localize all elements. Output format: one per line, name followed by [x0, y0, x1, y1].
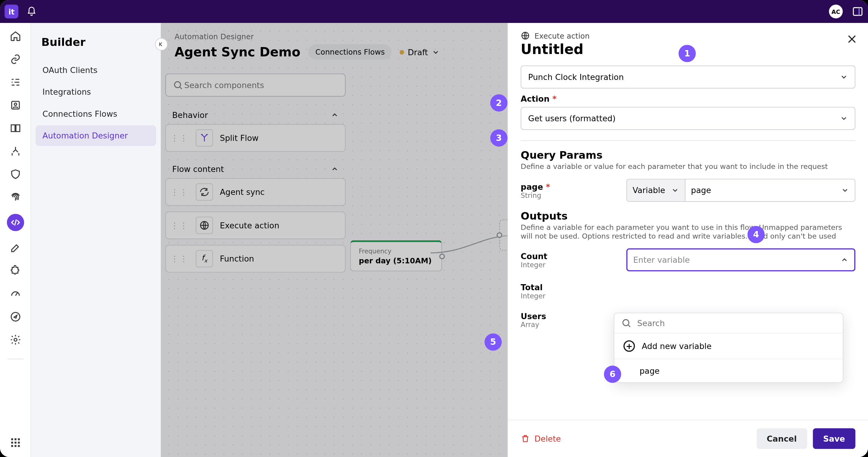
chevron-down-icon [841, 186, 849, 194]
rail-branch-icon[interactable] [9, 145, 22, 157]
rail-gear-icon[interactable] [9, 333, 22, 346]
dropdown-search[interactable] [614, 313, 843, 334]
outputs-section-desc: Define a variable for each parameter you… [521, 223, 855, 240]
app-logo[interactable]: it [4, 4, 19, 19]
trash-icon [521, 434, 530, 443]
bell-icon[interactable] [27, 6, 37, 17]
connection-select[interactable]: Punch Clock Integration [521, 65, 855, 88]
sidebar-item-integrations[interactable]: Integrations [36, 82, 156, 102]
rail-home-icon[interactable] [9, 30, 22, 42]
sidebar-item-oauth[interactable]: OAuth Clients [36, 60, 156, 81]
svg-rect-7 [18, 438, 19, 440]
close-icon [846, 33, 858, 45]
svg-rect-11 [11, 445, 13, 447]
query-section-title: Query Params [521, 149, 855, 161]
svg-rect-10 [18, 441, 19, 444]
svg-rect-5 [11, 438, 13, 440]
dropdown-search-input[interactable] [636, 318, 836, 328]
rail-edit-icon[interactable] [9, 241, 22, 254]
chevron-up-icon [841, 256, 849, 264]
chevron-down-icon [671, 186, 679, 194]
output-count-variable-select[interactable]: Enter variable [626, 248, 855, 271]
action-label: Action * [521, 94, 855, 103]
topbar: it AC [0, 0, 868, 23]
plus-icon: + [623, 340, 635, 352]
config-panel: Execute action Untitled Punch Clock Inte… [507, 23, 868, 457]
annotation-badge-2: 2 [490, 94, 507, 112]
rail-code-icon[interactable] [7, 214, 24, 231]
panel-toggle-icon[interactable] [852, 6, 864, 17]
action-select[interactable]: Get users (formatted) [521, 107, 855, 130]
svg-rect-9 [14, 441, 16, 444]
param-value-select[interactable]: page [685, 179, 855, 202]
dropdown-add-new[interactable]: + Add new variable [614, 333, 843, 359]
rail-book-icon[interactable] [9, 122, 22, 134]
panel-kicker: Execute action [534, 31, 590, 40]
annotation-badge-1: 1 [679, 45, 696, 62]
query-section-desc: Define a variable or value for each para… [521, 162, 855, 171]
save-button[interactable]: Save [813, 428, 855, 449]
sidebar-collapse-button[interactable] [155, 38, 168, 51]
variable-dropdown: + Add new variable page [614, 313, 843, 383]
svg-point-2 [14, 103, 16, 105]
rail-shield-icon[interactable] [9, 168, 22, 180]
output-total: Total Integer [521, 279, 855, 300]
rail-puzzle-icon[interactable] [9, 265, 22, 277]
svg-rect-0 [853, 7, 862, 15]
sidebar-item-connections[interactable]: Connections Flows [36, 103, 156, 124]
globe-icon [521, 31, 530, 40]
annotation-badge-4: 4 [747, 226, 765, 243]
sidebar: Builder OAuth Clients Integrations Conne… [31, 23, 161, 457]
rail-compass-icon[interactable] [9, 310, 22, 323]
avatar[interactable]: AC [829, 4, 843, 19]
output-count: Count Integer Enter variable [521, 248, 855, 271]
param-mode-select[interactable]: Variable [626, 179, 685, 202]
annotation-badge-5: 5 [485, 333, 502, 351]
svg-rect-8 [11, 441, 13, 444]
sidebar-item-automation[interactable]: Automation Designer [36, 125, 156, 146]
rail-fingerprint-icon[interactable] [9, 191, 22, 204]
svg-point-4 [14, 338, 17, 341]
annotation-badge-3: 3 [490, 129, 507, 147]
search-icon [621, 318, 631, 328]
chevron-down-icon [840, 114, 848, 122]
rail-user-icon[interactable] [9, 99, 22, 112]
sidebar-title: Builder [41, 36, 151, 48]
rail-gauge-icon[interactable] [9, 287, 22, 300]
close-button[interactable] [846, 33, 858, 45]
svg-rect-12 [14, 445, 16, 447]
icon-rail [0, 23, 31, 457]
rail-apps-icon[interactable] [9, 436, 22, 449]
outputs-section-title: Outputs [521, 210, 855, 222]
svg-rect-13 [18, 445, 19, 447]
cancel-button[interactable]: Cancel [756, 428, 807, 449]
annotation-badge-6: 6 [604, 366, 621, 383]
svg-point-18 [623, 320, 629, 326]
svg-rect-6 [14, 438, 16, 440]
dropdown-option-page[interactable]: page [614, 359, 843, 382]
chevron-down-icon [840, 73, 848, 81]
delete-button[interactable]: Delete [521, 434, 561, 443]
rail-link-icon[interactable] [9, 53, 22, 65]
rail-list-icon[interactable] [9, 76, 22, 89]
query-param-page: page * String Variable page [521, 179, 855, 202]
